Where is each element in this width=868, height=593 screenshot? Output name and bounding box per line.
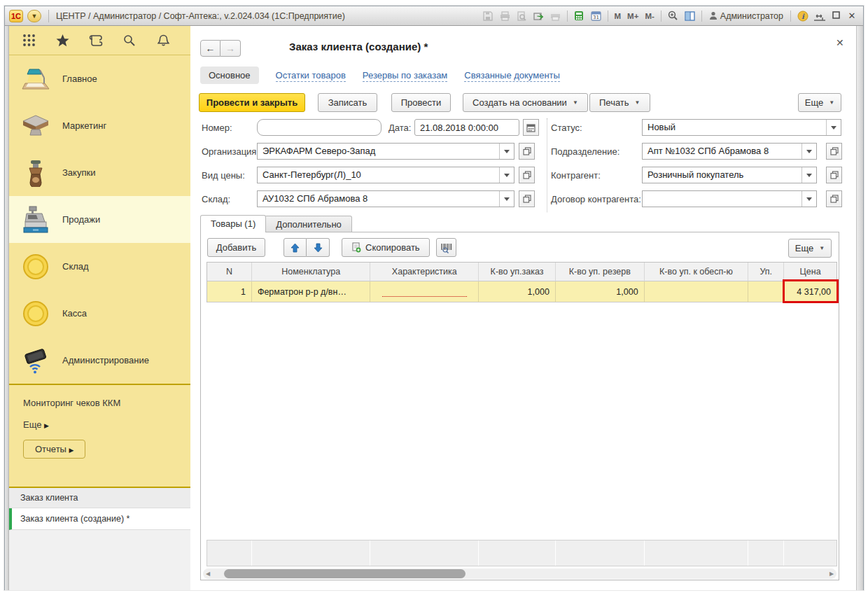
status-select[interactable]: Новый	[642, 119, 841, 136]
chevron-down-icon[interactable]	[499, 167, 514, 183]
date-calendar-button[interactable]	[523, 119, 539, 136]
sidebar-item-administration[interactable]: Администрирование	[9, 337, 190, 384]
cell-qty-reserve[interactable]: 1,000	[556, 281, 645, 302]
open-window-item-active[interactable]: Заказ клиента (создание) *	[9, 508, 190, 530]
create-based-on-button[interactable]: Создать на основании▼	[463, 93, 588, 112]
number-input[interactable]	[257, 119, 382, 136]
search-icon[interactable]	[121, 32, 138, 49]
column-header-n[interactable]: N	[207, 263, 252, 281]
warehouse-select[interactable]: АУ1032 СПб Абрамова 8	[257, 190, 514, 207]
print-button[interactable]: Печать▼	[589, 93, 650, 112]
scrollbar-track[interactable]	[213, 568, 827, 579]
form-more-button[interactable]: Еще▼	[798, 93, 841, 112]
info-icon[interactable]: i	[795, 9, 810, 23]
organization-open-button[interactable]	[519, 143, 535, 160]
barcode-scan-button[interactable]	[436, 238, 456, 257]
table-more-button[interactable]: Еще▼	[788, 239, 832, 258]
all-sections-icon[interactable]	[20, 32, 37, 49]
reports-button[interactable]: Отчеты ▶	[23, 440, 85, 459]
chevron-down-icon[interactable]	[802, 191, 816, 207]
chevron-down-icon[interactable]	[802, 144, 816, 159]
forward-button[interactable]: →	[220, 40, 241, 57]
post-button[interactable]: Провести	[391, 93, 451, 112]
tab-related-documents[interactable]: Связанные документы	[464, 69, 560, 82]
window-resize-icon[interactable]	[812, 9, 827, 23]
sidebar-item-sales[interactable]: Продажи	[9, 196, 190, 243]
current-user-button[interactable]: Администратор	[706, 11, 786, 21]
move-down-button[interactable]	[307, 238, 330, 257]
zoom-icon[interactable]	[666, 9, 680, 23]
print-settings-icon[interactable]	[548, 9, 563, 23]
price-type-select[interactable]: Санкт-Петербург(Л)_10	[257, 167, 514, 183]
close-form-icon[interactable]: ✕	[836, 37, 844, 48]
contract-open-button[interactable]	[826, 190, 842, 207]
cell-price[interactable]: 4 317,00	[784, 281, 836, 302]
history-icon[interactable]	[88, 32, 104, 49]
column-header-unit[interactable]: Уп.	[748, 263, 784, 281]
tab-stock-remains[interactable]: Остатки товаров	[276, 69, 346, 82]
sidebar-item-cashdesk[interactable]: Касса	[9, 290, 190, 337]
tab-order-reserves[interactable]: Резервы по заказам	[363, 69, 447, 82]
sidebar-item-warehouse[interactable]: Склад	[9, 243, 190, 290]
table-row[interactable]: 1 Ферматрон р-р д/вн… 1,000 1,000 4 317,…	[207, 281, 836, 302]
scrollbar-thumb[interactable]	[224, 569, 465, 578]
sidebar-item-purchases[interactable]: Закупки	[9, 149, 190, 196]
department-select[interactable]: Апт №1032 СПб Абрамова 8	[642, 143, 817, 160]
split-columns-icon[interactable]	[682, 9, 697, 23]
sidebar-item-marketing[interactable]: Маркетинг	[9, 102, 190, 149]
print-preview-icon[interactable]	[514, 9, 529, 23]
calculator-icon[interactable]	[572, 9, 587, 23]
add-row-button[interactable]: Добавить	[207, 238, 265, 257]
form-column-splitter[interactable]	[547, 118, 547, 212]
cell-characteristic[interactable]	[370, 281, 479, 302]
column-header-qty-order[interactable]: К-во уп.заказ	[479, 263, 556, 281]
chevron-down-icon[interactable]	[826, 120, 841, 135]
monitoring-link[interactable]: Мониторинг чеков ККМ	[23, 398, 190, 408]
maximize-button[interactable]	[829, 11, 843, 21]
memory-m-button[interactable]: M	[612, 12, 624, 20]
tab-goods[interactable]: Товары (1)	[200, 215, 266, 232]
scroll-left-icon[interactable]: ◀	[203, 571, 213, 577]
write-button[interactable]: Записать	[318, 93, 377, 112]
column-header-nomenclature[interactable]: Номенклатура	[252, 263, 371, 281]
calendar-icon[interactable]: 31	[589, 9, 603, 23]
favorites-icon[interactable]	[54, 32, 71, 49]
scroll-right-icon[interactable]: ▶	[827, 571, 836, 577]
print-icon[interactable]	[498, 9, 512, 23]
sidebar-item-main[interactable]: Главное	[9, 55, 190, 102]
horizontal-scrollbar[interactable]: ◀ ▶	[203, 568, 836, 579]
cell-n[interactable]: 1	[207, 281, 252, 302]
copy-row-button[interactable]: Скопировать	[342, 238, 430, 257]
organization-select[interactable]: ЭРКАФАРМ Северо-Запад	[257, 143, 514, 160]
sidebar-more-button[interactable]: Еще ▶	[23, 419, 190, 430]
move-up-button[interactable]	[284, 238, 307, 257]
open-window-item[interactable]: Заказ клиента	[9, 488, 190, 508]
back-button[interactable]: ←	[200, 40, 220, 57]
counterparty-select[interactable]: Розничный покупатель	[642, 167, 817, 183]
close-window-button[interactable]: ✕	[845, 11, 859, 21]
contract-select[interactable]	[642, 190, 817, 207]
date-input[interactable]: 21.08.2018 0:00:00	[414, 119, 519, 136]
cell-unit[interactable]	[748, 281, 784, 302]
save-icon[interactable]	[481, 9, 496, 23]
get-link-icon[interactable]	[531, 9, 546, 23]
cell-nomenclature[interactable]: Ферматрон р-р д/вн…	[252, 281, 371, 302]
department-open-button[interactable]	[826, 143, 842, 160]
price-type-open-button[interactable]	[519, 167, 535, 183]
column-header-characteristic[interactable]: Характеристика	[370, 263, 479, 281]
warehouse-open-button[interactable]	[519, 190, 535, 207]
column-header-qty-reserve[interactable]: К-во уп. резерв	[556, 263, 645, 281]
memory-m-plus-button[interactable]: M+	[625, 12, 640, 20]
cell-qty-order[interactable]: 1,000	[479, 281, 556, 302]
tab-additional[interactable]: Дополнительно	[266, 216, 352, 232]
column-header-qty-supply[interactable]: К-во уп. к обесп-ю	[645, 263, 749, 281]
post-and-close-button[interactable]: Провести и закрыть	[199, 93, 305, 112]
notifications-bell-icon[interactable]	[155, 32, 172, 49]
cell-qty-supply[interactable]	[645, 281, 749, 302]
chevron-down-icon[interactable]	[802, 167, 816, 183]
counterparty-open-button[interactable]	[826, 167, 842, 183]
memory-m-minus-button[interactable]: M-	[643, 12, 656, 20]
chevron-down-icon[interactable]	[499, 191, 514, 207]
column-header-price[interactable]: Цена	[784, 263, 836, 281]
chevron-down-icon[interactable]	[499, 144, 514, 159]
